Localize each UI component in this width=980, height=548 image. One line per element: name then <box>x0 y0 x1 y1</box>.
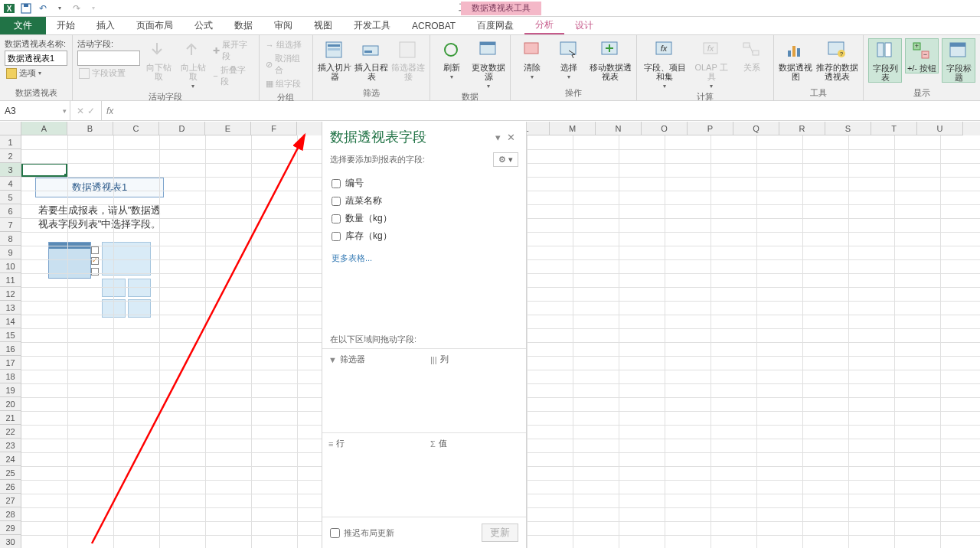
col-header[interactable]: M <box>550 122 596 135</box>
row-header[interactable]: 24 <box>0 452 21 466</box>
col-header[interactable]: C <box>113 122 159 135</box>
col-header[interactable]: N <box>596 122 642 135</box>
row-header[interactable]: 25 <box>0 466 21 480</box>
insert-slicer-button[interactable]: 插入切片器 <box>318 38 351 81</box>
row-header[interactable]: 29 <box>0 521 21 535</box>
field-checkbox[interactable] <box>332 232 341 241</box>
group-selection-button[interactable]: → 组选择 <box>264 38 308 51</box>
row-header[interactable]: 20 <box>0 397 21 411</box>
drill-down-button[interactable]: 向下钻取 <box>143 38 175 81</box>
row-header[interactable]: 18 <box>0 370 21 383</box>
pivot-chart-button[interactable]: 数据透视图 <box>779 38 812 81</box>
tab-data[interactable]: 数据 <box>224 17 263 34</box>
active-field-input[interactable] <box>77 51 140 66</box>
row-header[interactable]: 16 <box>0 342 21 356</box>
row-header[interactable]: 19 <box>0 383 21 397</box>
row-header[interactable]: 21 <box>0 411 21 425</box>
undo-icon[interactable]: ↶ <box>37 2 49 15</box>
calc-field-button[interactable]: fx字段、项目和集▾ <box>642 38 688 90</box>
tab-developer[interactable]: 开发工具 <box>343 17 401 34</box>
filter-connections-button[interactable]: 筛选器连接 <box>391 38 425 81</box>
tab-analyze[interactable]: 分析 <box>524 17 564 34</box>
gear-icon[interactable]: ⚙ ▾ <box>493 152 518 167</box>
expand-field-button[interactable]: ✚展开字段 <box>211 38 253 63</box>
change-datasource-button[interactable]: 更改数据源▾ <box>472 38 505 90</box>
formula-input[interactable] <box>118 101 980 120</box>
row-header[interactable]: 11 <box>0 273 21 287</box>
defer-layout-checkbox[interactable]: 推迟布局更新 <box>330 527 394 539</box>
row-header[interactable]: 13 <box>0 301 21 315</box>
row-header[interactable]: 6 <box>0 204 21 218</box>
enter-icon[interactable]: ✓ <box>87 106 95 116</box>
col-header[interactable]: P <box>688 122 733 135</box>
row-header[interactable]: 7 <box>0 218 21 232</box>
col-header[interactable]: O <box>642 122 688 135</box>
field-settings-button[interactable]: 字段设置 <box>77 67 140 80</box>
undo-dropdown-icon[interactable]: ▾ <box>54 2 66 15</box>
recommended-pivot-button[interactable]: ?推荐的数据透视表 <box>815 38 858 81</box>
group-field-button[interactable]: ▦ 组字段 <box>264 77 308 90</box>
row-header[interactable]: 12 <box>0 287 21 301</box>
plus-minus-toggle[interactable]: +−+/- 按钮 <box>905 38 939 73</box>
col-header[interactable]: D <box>159 122 205 135</box>
area-values[interactable]: Σ值 <box>424 432 526 517</box>
select-all-corner[interactable] <box>0 122 21 135</box>
tab-insert[interactable]: 插入 <box>86 17 126 34</box>
update-button[interactable]: 更新 <box>482 524 518 542</box>
col-header[interactable]: A <box>21 122 67 135</box>
field-checkbox[interactable] <box>332 214 341 223</box>
collapse-field-button[interactable]: −折叠字段 <box>211 64 253 88</box>
row-header[interactable]: 3 <box>0 163 21 177</box>
row-header[interactable]: 8 <box>0 232 21 246</box>
field-headers-toggle[interactable]: 字段标题 <box>942 38 975 83</box>
tab-review[interactable]: 审阅 <box>263 17 303 34</box>
field-checkbox[interactable] <box>332 197 341 206</box>
field-checkbox[interactable] <box>332 179 341 188</box>
cancel-icon[interactable]: ✕ <box>77 106 84 116</box>
drill-up-button[interactable]: 向上钻取▾ <box>178 38 209 90</box>
row-header[interactable]: 9 <box>0 246 21 259</box>
field-item[interactable]: 数量（kg） <box>332 210 517 227</box>
tab-acrobat[interactable]: ACROBAT <box>401 17 466 34</box>
row-header[interactable]: 2 <box>0 149 21 163</box>
col-header[interactable]: B <box>67 122 113 135</box>
name-box[interactable]: A3▾ <box>0 101 70 120</box>
area-filter[interactable]: ▼筛选器 <box>322 348 424 432</box>
field-item[interactable]: 库存（kg） <box>332 227 517 245</box>
tab-view[interactable]: 视图 <box>303 17 343 34</box>
close-icon[interactable]: ✕ <box>504 132 518 143</box>
more-tables-link[interactable]: 更多表格... <box>322 250 526 272</box>
area-columns[interactable]: |||列 <box>424 348 526 432</box>
redo-dropdown-icon[interactable]: ▾ <box>87 2 100 15</box>
pivot-name-input[interactable] <box>5 51 67 66</box>
field-list-toggle[interactable]: 字段列表 <box>868 38 902 83</box>
olap-tools-button[interactable]: fxOLAP 工具▾ <box>691 38 732 90</box>
fx-icon[interactable]: fx <box>102 101 118 120</box>
col-header[interactable]: F <box>251 122 297 135</box>
col-header[interactable]: R <box>779 122 825 135</box>
field-item[interactable]: 蔬菜名称 <box>332 192 517 210</box>
save-icon[interactable] <box>20 2 32 15</box>
row-header[interactable]: 5 <box>0 191 21 204</box>
redo-icon[interactable]: ↷ <box>70 2 83 15</box>
row-header[interactable]: 14 <box>0 315 21 328</box>
row-header[interactable]: 1 <box>0 135 21 149</box>
insert-timeline-button[interactable]: 插入日程表 <box>354 38 388 81</box>
row-header[interactable]: 27 <box>0 494 21 507</box>
relations-button[interactable]: 关系 <box>735 38 769 72</box>
col-header[interactable]: Q <box>733 122 779 135</box>
field-item[interactable]: 编号 <box>332 175 517 192</box>
row-header[interactable]: 23 <box>0 439 21 452</box>
select-button[interactable]: 选择▾ <box>552 38 586 80</box>
move-pivot-button[interactable]: 移动数据透视表 <box>589 38 632 81</box>
row-header[interactable]: 4 <box>0 177 21 191</box>
row-header[interactable]: 28 <box>0 507 21 521</box>
options-button[interactable]: 选项 ▾ <box>5 67 67 80</box>
tab-formulas[interactable]: 公式 <box>184 17 224 34</box>
tab-home[interactable]: 开始 <box>46 17 86 34</box>
tab-baidu[interactable]: 百度网盘 <box>466 17 524 34</box>
col-header[interactable]: E <box>205 122 251 135</box>
row-header[interactable]: 10 <box>0 259 21 273</box>
row-header[interactable]: 15 <box>0 328 21 342</box>
col-header[interactable]: U <box>917 122 963 135</box>
